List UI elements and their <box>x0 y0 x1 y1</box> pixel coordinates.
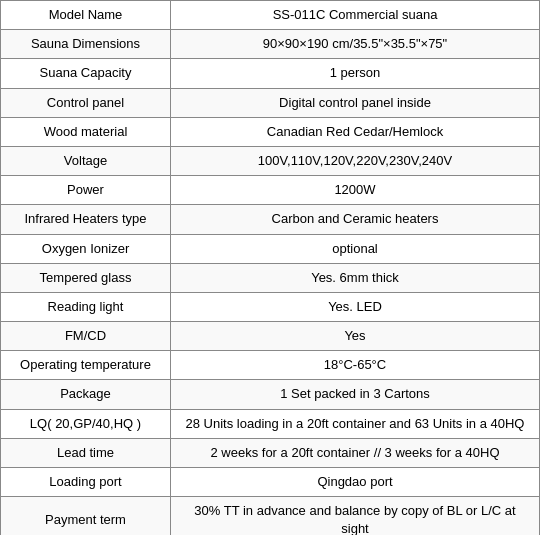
table-row: Sauna Dimensions90×90×190 cm/35.5"×35.5"… <box>1 30 540 59</box>
spec-label: Sauna Dimensions <box>1 30 171 59</box>
table-row: Package1 Set packed in 3 Cartons <box>1 380 540 409</box>
spec-label: Infrared Heaters type <box>1 205 171 234</box>
spec-label: FM/CD <box>1 322 171 351</box>
spec-value: Yes. 6mm thick <box>171 263 540 292</box>
spec-value: 28 Units loading in a 20ft container and… <box>171 409 540 438</box>
table-row: Infrared Heaters typeCarbon and Ceramic … <box>1 205 540 234</box>
spec-value: Carbon and Ceramic heaters <box>171 205 540 234</box>
table-row: Loading portQingdao port <box>1 468 540 497</box>
table-row: Voltage100V,110V,120V,220V,230V,240V <box>1 146 540 175</box>
product-spec-table: Model NameSS-011C Commercial suanaSauna … <box>0 0 540 535</box>
spec-label: Payment term <box>1 497 171 535</box>
spec-label: Oxygen Ionizer <box>1 234 171 263</box>
spec-value: 1 Set packed in 3 Cartons <box>171 380 540 409</box>
spec-label: Wood material <box>1 117 171 146</box>
spec-value: Yes. LED <box>171 292 540 321</box>
table-row: Suana Capacity1 person <box>1 59 540 88</box>
spec-label: Lead time <box>1 438 171 467</box>
spec-value: 90×90×190 cm/35.5"×35.5"×75" <box>171 30 540 59</box>
spec-value: 1200W <box>171 176 540 205</box>
spec-value: 18°C-65°C <box>171 351 540 380</box>
table-row: Lead time2 weeks for a 20ft container //… <box>1 438 540 467</box>
spec-label: Model Name <box>1 1 171 30</box>
spec-label: Voltage <box>1 146 171 175</box>
spec-label: Loading port <box>1 468 171 497</box>
table-row: Payment term30% TT in advance and balanc… <box>1 497 540 535</box>
table-row: Power1200W <box>1 176 540 205</box>
spec-value: SS-011C Commercial suana <box>171 1 540 30</box>
spec-label: LQ( 20,GP/40,HQ ) <box>1 409 171 438</box>
spec-value: Digital control panel inside <box>171 88 540 117</box>
spec-label: Tempered glass <box>1 263 171 292</box>
spec-label: Operating temperature <box>1 351 171 380</box>
spec-label: Package <box>1 380 171 409</box>
table-row: Tempered glassYes. 6mm thick <box>1 263 540 292</box>
spec-value: 2 weeks for a 20ft container // 3 weeks … <box>171 438 540 467</box>
table-row: Wood materialCanadian Red Cedar/Hemlock <box>1 117 540 146</box>
table-row: Oxygen Ionizeroptional <box>1 234 540 263</box>
spec-value: 100V,110V,120V,220V,230V,240V <box>171 146 540 175</box>
spec-label: Suana Capacity <box>1 59 171 88</box>
table-row: Reading lightYes. LED <box>1 292 540 321</box>
spec-label: Reading light <box>1 292 171 321</box>
spec-label: Power <box>1 176 171 205</box>
table-row: LQ( 20,GP/40,HQ )28 Units loading in a 2… <box>1 409 540 438</box>
table-row: FM/CDYes <box>1 322 540 351</box>
table-row: Model NameSS-011C Commercial suana <box>1 1 540 30</box>
spec-value: optional <box>171 234 540 263</box>
spec-label: Control panel <box>1 88 171 117</box>
spec-value: Qingdao port <box>171 468 540 497</box>
table-row: Operating temperature18°C-65°C <box>1 351 540 380</box>
spec-value: 1 person <box>171 59 540 88</box>
spec-value: Yes <box>171 322 540 351</box>
table-row: Control panelDigital control panel insid… <box>1 88 540 117</box>
spec-value: Canadian Red Cedar/Hemlock <box>171 117 540 146</box>
spec-value: 30% TT in advance and balance by copy of… <box>171 497 540 535</box>
